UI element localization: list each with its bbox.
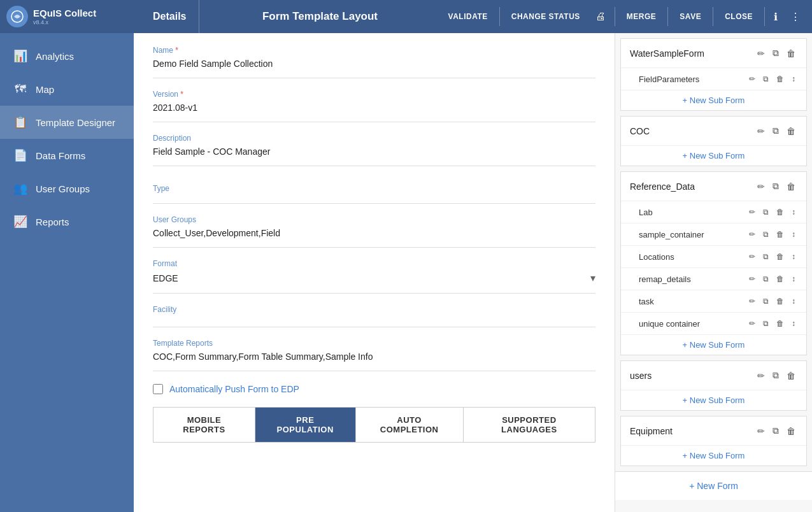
status-icon-button[interactable]: 🖨 bbox=[590, 7, 611, 26]
description-value: Field Sample - COC Manager bbox=[153, 146, 595, 157]
coc-edit-icon[interactable]: ✏ bbox=[755, 125, 767, 138]
sidebar-item-map[interactable]: 🗺 Map bbox=[0, 73, 134, 106]
section-name-users: users bbox=[630, 371, 755, 381]
lab-reorder-icon[interactable]: ↕ bbox=[790, 206, 797, 218]
water-sample-form-delete-icon[interactable]: 🗑 bbox=[785, 47, 797, 60]
equipment-new-sub-form-button[interactable]: + New Sub Form bbox=[621, 445, 806, 466]
field-parameters-edit-icon[interactable]: ✏ bbox=[747, 73, 757, 85]
equipment-delete-icon[interactable]: 🗑 bbox=[785, 425, 797, 437]
unique-container-reorder-icon[interactable]: ↕ bbox=[790, 318, 797, 329]
reference-data-delete-icon[interactable]: 🗑 bbox=[785, 180, 797, 193]
info-button[interactable]: ℹ bbox=[769, 7, 783, 27]
brand: EQuIS Collect v8.4.x bbox=[6, 6, 140, 27]
form-title: Form Template Layout bbox=[199, 10, 440, 23]
sidebar-item-reports[interactable]: 📈 Reports bbox=[0, 205, 134, 238]
new-form-button[interactable]: + New Form bbox=[615, 471, 812, 500]
water-sample-form-copy-icon[interactable]: ⧉ bbox=[771, 46, 781, 60]
sidebar-item-data-forms[interactable]: 📄 Data Forms bbox=[0, 139, 134, 172]
merge-button[interactable]: MERGE bbox=[619, 8, 664, 25]
locations-copy-icon[interactable]: ⧉ bbox=[761, 251, 771, 262]
locations-edit-icon[interactable]: ✏ bbox=[747, 251, 757, 262]
sidebar-item-user-groups[interactable]: 👥 User Groups bbox=[0, 172, 134, 205]
lab-edit-icon[interactable]: ✏ bbox=[747, 206, 757, 218]
form-section-coc: COC✏⧉🗑+ New Sub Form bbox=[620, 116, 807, 166]
name-field-group: Name Demo Field Sample Collection bbox=[153, 46, 595, 78]
remap-details-reorder-icon[interactable]: ↕ bbox=[790, 273, 797, 285]
user-groups-value: Collect_User,Development,Field bbox=[153, 228, 595, 238]
unique-container-delete-icon[interactable]: 🗑 bbox=[774, 318, 786, 329]
close-button[interactable]: CLOSE bbox=[717, 8, 760, 25]
more-button[interactable]: ⋮ bbox=[785, 7, 806, 27]
sample-container-copy-icon[interactable]: ⧉ bbox=[761, 229, 771, 240]
remap-details-delete-icon[interactable]: 🗑 bbox=[774, 273, 786, 285]
coc-new-sub-form-button[interactable]: + New Sub Form bbox=[621, 145, 806, 166]
auto-push-checkbox[interactable] bbox=[153, 384, 163, 394]
task-copy-icon[interactable]: ⧉ bbox=[761, 295, 771, 307]
supported-languages-button[interactable]: SUPPORTED LANGUAGES bbox=[464, 408, 595, 442]
user-groups-icon: 👥 bbox=[13, 181, 28, 196]
unique-container-edit-icon[interactable]: ✏ bbox=[747, 318, 757, 329]
water-sample-form-new-sub-form-button[interactable]: + New Sub Form bbox=[621, 90, 806, 110]
auto-completion-button[interactable]: AUTO COMPLETION bbox=[356, 408, 464, 442]
sample-container-delete-icon[interactable]: 🗑 bbox=[774, 229, 786, 240]
sidebar: 📊 Analytics 🗺 Map 📋 Template Designer 📄 … bbox=[0, 33, 134, 512]
task-edit-icon[interactable]: ✏ bbox=[747, 295, 757, 307]
locations-delete-icon[interactable]: 🗑 bbox=[774, 251, 786, 262]
task-delete-icon[interactable]: 🗑 bbox=[774, 295, 786, 307]
reference-data-copy-icon[interactable]: ⧉ bbox=[771, 180, 781, 193]
users-copy-icon[interactable]: ⧉ bbox=[771, 369, 781, 382]
name-label: Name bbox=[153, 46, 595, 55]
lab-delete-icon[interactable]: 🗑 bbox=[774, 206, 786, 218]
template-reports-label: Template Reports bbox=[153, 339, 595, 348]
data-forms-icon: 📄 bbox=[13, 148, 28, 163]
bottom-buttons: MOBILE REPORTSPRE POPULATIONAUTO COMPLET… bbox=[153, 407, 595, 443]
sidebar-label-user-groups: User Groups bbox=[36, 183, 90, 194]
template-reports-value: COC,Form Summary,Form Table Summary,Samp… bbox=[153, 352, 595, 362]
version-value: 2021.08-v1 bbox=[153, 103, 595, 113]
users-new-sub-form-button[interactable]: + New Sub Form bbox=[621, 390, 806, 410]
equipment-copy-icon[interactable]: ⧉ bbox=[771, 424, 781, 437]
form-section-users: users✏⧉🗑+ New Sub Form bbox=[620, 360, 807, 411]
remap-details-edit-icon[interactable]: ✏ bbox=[747, 273, 757, 285]
field-parameters-copy-icon[interactable]: ⧉ bbox=[761, 73, 771, 85]
pre-population-button[interactable]: PRE POPULATION bbox=[255, 408, 356, 442]
remap-details-copy-icon[interactable]: ⧉ bbox=[761, 273, 771, 285]
sub-item-remap-details: remap_details✏⧉🗑↕ bbox=[621, 267, 806, 290]
users-edit-icon[interactable]: ✏ bbox=[755, 369, 767, 382]
description-label: Description bbox=[153, 134, 595, 143]
format-select[interactable]: EDGE bbox=[153, 273, 590, 283]
change-status-button[interactable]: CHANGE STATUS bbox=[504, 8, 588, 25]
field-parameters-delete-icon[interactable]: 🗑 bbox=[774, 73, 786, 85]
sub-item-name-lab: Lab bbox=[639, 208, 653, 217]
format-field-group: Format EDGE ▾ bbox=[153, 259, 595, 294]
task-reorder-icon[interactable]: ↕ bbox=[790, 295, 797, 307]
lab-copy-icon[interactable]: ⧉ bbox=[761, 206, 771, 218]
format-dropdown-icon: ▾ bbox=[590, 272, 595, 284]
sidebar-item-template-designer[interactable]: 📋 Template Designer bbox=[0, 106, 134, 139]
header: EQuIS Collect v8.4.x Details Form Templa… bbox=[0, 0, 812, 33]
unique-container-copy-icon[interactable]: ⧉ bbox=[761, 318, 771, 329]
coc-delete-icon[interactable]: 🗑 bbox=[785, 125, 797, 138]
sample-container-edit-icon[interactable]: ✏ bbox=[747, 229, 757, 240]
water-sample-form-edit-icon[interactable]: ✏ bbox=[755, 47, 767, 60]
name-value: Demo Field Sample Collection bbox=[153, 59, 595, 69]
validate-button[interactable]: VALIDATE bbox=[441, 8, 495, 25]
sidebar-item-analytics[interactable]: 📊 Analytics bbox=[0, 39, 134, 73]
save-button[interactable]: SAVE bbox=[672, 8, 709, 25]
equipment-edit-icon[interactable]: ✏ bbox=[755, 425, 767, 437]
auto-push-row: Automatically Push Form to EDP bbox=[153, 384, 595, 394]
format-label: Format bbox=[153, 259, 595, 268]
mobile-reports-button[interactable]: MOBILE REPORTS bbox=[153, 408, 255, 442]
coc-copy-icon[interactable]: ⧉ bbox=[771, 124, 781, 138]
locations-reorder-icon[interactable]: ↕ bbox=[790, 251, 797, 262]
reference-data-new-sub-form-button[interactable]: + New Sub Form bbox=[621, 334, 806, 355]
header-actions: VALIDATE CHANGE STATUS 🖨 MERGE SAVE CLOS… bbox=[441, 7, 806, 27]
form-section-equipment: Equipment✏⧉🗑+ New Sub Form bbox=[620, 416, 807, 466]
field-parameters-reorder-icon[interactable]: ↕ bbox=[790, 73, 797, 85]
users-delete-icon[interactable]: 🗑 bbox=[785, 369, 797, 382]
auto-push-label[interactable]: Automatically Push Form to EDP bbox=[169, 384, 299, 394]
layout: 📊 Analytics 🗺 Map 📋 Template Designer 📄 … bbox=[0, 33, 812, 512]
version-field-group: Version 2021.08-v1 bbox=[153, 90, 595, 122]
sample-container-reorder-icon[interactable]: ↕ bbox=[790, 229, 797, 240]
reference-data-edit-icon[interactable]: ✏ bbox=[755, 180, 767, 193]
